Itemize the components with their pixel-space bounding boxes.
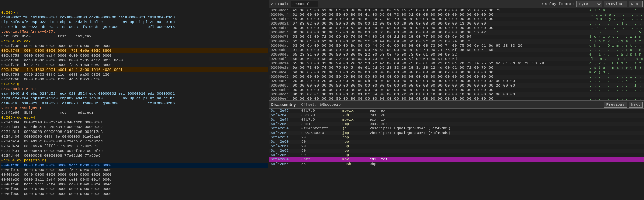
virtual-input[interactable] — [291, 1, 318, 7]
disasm-row[interactable]: 6cf42e6090nop — [269, 140, 644, 144]
disasm-row[interactable]: 6cf42e5ae97a6a0000jmpvbscript!FIEqualRgc… — [269, 131, 644, 135]
operands: eax, ecx — [370, 122, 388, 126]
mem-ascii: M a r y . . . . . . . — [589, 17, 644, 21]
memory-row[interactable]: 02009e486d 00 65 00 28 00 33 00 29 00 00… — [269, 70, 644, 75]
memory-row[interactable]: 02009cf461 00 00 00 00 00 00 00 00 00 4c… — [269, 13, 644, 17]
memory-row[interactable]: 02009e9600 00 00 00 00 00 00 00 00 00 00… — [269, 83, 644, 88]
mem-ascii: A l a n . . . . . . * . s . . . S . u . … — [589, 8, 644, 13]
disasm-bytes: 0fb7c0 — [301, 109, 342, 113]
mem-ascii: . . . . . . . . . . l . . V 8 . — [589, 83, 644, 88]
mem-hex: 00 00 00 00 00 00 00 00 00 00 00 00 00 0… — [293, 97, 589, 100]
operands: eax, 20h — [370, 113, 388, 118]
left-line: eip=6cf536f6 esp=0234d1cc ebp=0234d3d4 i… — [1, 20, 268, 25]
disasm-addr: 6cf42e4f — [271, 118, 301, 122]
mem-addr: 02009de2 — [269, 52, 293, 57]
memory-row[interactable]: 02009d2a97 83 02 00 00 00 00 00 00 00 00… — [269, 21, 644, 26]
disasm-row[interactable]: 6cf42e4c83e820subeax, 20h — [269, 113, 644, 118]
memory-prev-button[interactable]: Previous — [604, 1, 627, 7]
memory-row[interactable]: 02009d1049 00 00 00 00 00 00 00 00 4d 61… — [269, 17, 644, 21]
left-line: 0:005> dd esp+4 — [1, 115, 268, 120]
memory-row[interactable]: 02009dac63 00 6b 00 00 00 00 00 0d 00 00… — [269, 44, 644, 48]
memory-row[interactable]: 02009dfa6c 00 61 00 6e 00 22 00 0d 0a 00… — [269, 57, 644, 61]
disasm-row[interactable]: 6cf42e648bffmovedi, edi — [269, 157, 644, 162]
mem-addr: 02009d44 — [269, 26, 293, 30]
disasm-row[interactable]: 6cf42e6190nop — [269, 144, 644, 149]
mem-ascii: . s t u _ n a m e ( 3 ) . . M a r y . — [589, 66, 644, 70]
left-line: vbscript!MainArray+0x77: — [1, 29, 268, 34]
mem-ascii: . R . . . . . . . . . . — [589, 26, 644, 30]
memory-row[interactable]: 02009e6200 00 00 00 00 00 00 69 00 00 00… — [269, 75, 644, 79]
memory-row[interactable]: 02009e2e0a 00 73 00 74 00 75 00 5f 6e 61… — [269, 66, 644, 70]
mem-addr: 02009d78 — [269, 35, 293, 39]
left-line: 0234d444 00000068 00000068 77a02dd6 77a6… — [1, 153, 268, 158]
left-line: 0040fe40 becc 3a11 2ef4 0000 ce08 0040 0… — [1, 182, 268, 187]
memory-row[interactable]: 02009d7853 00 63 00 72 00 69 00 70 00 74… — [269, 35, 644, 39]
mem-ascii: . . . . . T . . . . . . n . . . — [589, 92, 644, 97]
left-line: 0040fe60 0000 0000 0000 0000 0000 0000 0… — [1, 191, 268, 196]
mem-hex: 6c 00 61 00 6e 00 22 00 0d 0a 00 73 00 7… — [293, 57, 589, 61]
memory-row[interactable]: 02009d5e00 00 00 00 00 00 35 00 00 00 00… — [269, 30, 644, 35]
memory-row[interactable]: 02009cdc41 00 6c 00 61 00 6e 00 00 00 00… — [269, 8, 644, 13]
mem-hex: 63 00 6b 00 00 00 00 00 0d 00 00 44 69 6… — [293, 44, 589, 48]
memory-row[interactable]: 02009ee400 00 00 00 00 00 00 00 00 00 00… — [269, 97, 644, 100]
memory-next-button[interactable]: Next — [629, 1, 643, 7]
memory-row[interactable]: 02009eb000 00 00 00 00 00 00 00 00 00 00… — [269, 88, 644, 92]
disasm-row[interactable]: 6cf42e5f90nop — [269, 135, 644, 140]
memory-row[interactable]: 02009de265 28 31 00 00 00 00 00 00 00 22… — [269, 52, 644, 57]
disasm-row[interactable]: 6cf42e523bc1cmpeax, ecx — [269, 122, 644, 126]
mem-addr: 02009eca — [269, 92, 293, 97]
memory-panel: Virtual: Display format: Byte Word Dword… — [269, 0, 644, 101]
memory-row[interactable]: 02009dca01 00 00 00 00 00 00 00 00 68 00… — [269, 48, 644, 52]
left-line: cs=001b ss=0023 ds=0023 es=0023 fs=003b … — [1, 101, 268, 106]
disasm-row[interactable]: 6cf42e6290nop — [269, 149, 644, 153]
disasm-prev-button[interactable]: Previous — [604, 102, 627, 108]
disasm-bytes: e97a6a0000 — [301, 131, 342, 135]
mem-hex: 00 00 00 00 00 00 00 69 00 00 00 00 00 0… — [293, 75, 589, 79]
operands: ecx, cx — [370, 118, 385, 122]
memory-row[interactable]: 02009d9262 00 6c 00 6f 00 63 00 6b 00 2e… — [269, 39, 644, 44]
debugger-output: 0:005> reax=000df738 ebx=00000001 ecx=00… — [1, 10, 268, 196]
disasm-bytes: 55 — [301, 162, 342, 166]
left-line: 000df738 0001 0000 0000 0000 0000 0000 2… — [1, 44, 268, 48]
mem-addr: 02009e2e — [269, 66, 293, 70]
left-line: 0234d3e4 0234d634 0234d634 00000002 0000… — [1, 125, 268, 129]
mem-addr: 02009ee4 — [269, 97, 293, 100]
disasm-mnemonic: nop — [342, 153, 370, 157]
display-format-select[interactable]: Byte Word Dword Qword Float Double ASCII… — [576, 1, 602, 7]
mem-addr: 02009cf4 — [269, 13, 293, 17]
mem-addr: 02009cdc — [269, 8, 293, 13]
mem-ascii: . . . . . . . . . i . . . . . — [589, 75, 644, 79]
left-line: 0040fe30 0000 3a11 2ef4 0000 ce08 0040 0… — [1, 177, 268, 182]
mem-addr: 02009d10 — [269, 17, 293, 21]
disasm-row[interactable]: 6cf42e540f84abfeffffjevbscript!FIEqualRg… — [269, 126, 644, 131]
memory-toolbar: Virtual: Display format: Byte Word Dword… — [269, 0, 644, 8]
disasm-addr: 6cf42e63 — [271, 153, 301, 157]
mem-ascii: e ( 2 ) . L i s a . s t u _ n a m e ( 3 … — [589, 61, 644, 66]
call-target: vbscript!FIEqualRgch+0x61 (6cf498d9) — [370, 131, 451, 135]
memory-content[interactable]: 02009cdc41 00 6c 00 61 00 6e 00 00 00 00… — [269, 8, 644, 100]
mem-ascii: . . 5 . . . e . . . . V B — [589, 30, 644, 35]
disasm-content[interactable]: 6cf42e490fb7c0movzxeax, ax6cf42e4c83e820… — [269, 109, 644, 200]
disasm-next-button[interactable]: Next — [629, 102, 643, 108]
mem-ascii: e ( 1 ) . . . S u s a n . — [589, 52, 644, 57]
disasm-addr: 6cf42e52 — [271, 122, 301, 126]
disasm-mnemonic: nop — [342, 144, 370, 149]
mem-hex: 01 00 00 00 00 00 00 00 00 68 00 65 6c 0… — [293, 48, 589, 52]
left-line: Breakpoint 5 hit — [1, 87, 268, 91]
right-panel: Virtual: Display format: Byte Word Dword… — [269, 0, 644, 200]
disasm-row[interactable]: 6cf42e4f0fb7c9movzxecx, cx — [269, 118, 644, 122]
disasm-row[interactable]: 6cf42e6655pushebp — [269, 162, 644, 166]
disasm-mnemonic: nop — [342, 149, 370, 153]
memory-row[interactable]: 02009e1465 00 28 00 32 00 29 00 20 3d 20… — [269, 61, 644, 66]
memory-row[interactable]: 02009d4400 00 00 00 00 00 00 00 52 00 00… — [269, 26, 644, 30]
mem-addr: 02009d2a — [269, 21, 293, 26]
left-line: 000df748 0004 0000 0000 0000 f72f 4e6a 0… — [1, 48, 268, 53]
mem-ascii: . . . . . . . . . . . . T . . . . — [589, 88, 644, 92]
disasm-row[interactable]: 6cf42e6390nop — [269, 153, 644, 157]
left-line: 0234d414 0234d35c 00000030 0234dblc 779c… — [1, 139, 268, 144]
mem-hex: 65 28 31 00 00 00 00 00 00 00 22 00 53 0… — [293, 52, 589, 57]
memory-row[interactable]: 02009e7c20 00 20 00 20 00 20 00 20 0d 0b… — [269, 79, 644, 83]
disasm-bytes: 0f84abfeffff — [301, 126, 342, 131]
memory-row[interactable]: 02009eca0b 03 07 01 00 01 00 00 03 01 0e… — [269, 92, 644, 97]
disasm-row[interactable]: 6cf42e490fb7c0movzxeax, ax — [269, 109, 644, 113]
